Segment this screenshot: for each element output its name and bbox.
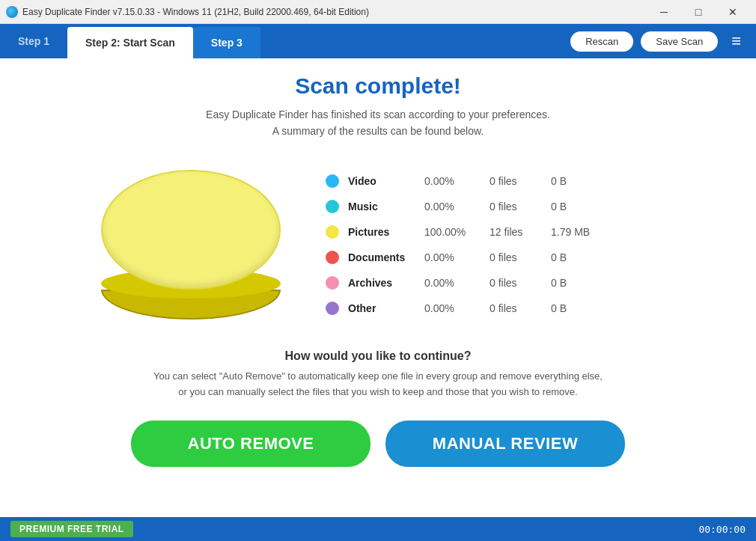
legend-name: Music <box>348 201 415 213</box>
legend-dot <box>326 225 339 239</box>
titlebar: Easy Duplicate Finder v7.15.0.33 - Windo… <box>0 0 756 24</box>
legend-name: Other <box>348 302 415 314</box>
legend-pct: 0.00% <box>424 201 481 213</box>
rescan-button[interactable]: Rescan <box>570 31 633 52</box>
continue-section: How would you like to continue? You can … <box>153 349 603 400</box>
legend-dot <box>326 200 339 213</box>
legend-row: Music 0.00% 0 files 0 B <box>326 194 670 219</box>
maximize-button[interactable]: □ <box>681 0 716 24</box>
legend-files: 12 files <box>490 226 542 238</box>
legend-row: Archives 0.00% 0 files 0 B <box>326 270 670 296</box>
legend-pct: 100.00% <box>424 226 481 238</box>
legend-pct: 0.00% <box>424 175 481 187</box>
legend-size: 0 B <box>551 201 603 213</box>
legend-name: Pictures <box>348 226 415 238</box>
legend-files: 0 files <box>490 251 542 263</box>
nav-right: Rescan Save Scan ≡ <box>570 24 756 58</box>
pie-chart <box>86 155 296 334</box>
continue-text: You can select "Auto Remove" to automati… <box>153 369 603 400</box>
footer: PREMIUM FREE TRIAL 00:00:00 <box>0 517 756 541</box>
pie-top <box>101 170 281 290</box>
legend-name: Video <box>348 175 415 187</box>
main-content: Scan complete! Easy Duplicate Finder has… <box>0 58 756 517</box>
legend-dot <box>326 302 339 315</box>
results-area: Video 0.00% 0 files 0 B Music 0.00% 0 fi… <box>30 155 726 334</box>
legend-name: Documents <box>348 251 415 263</box>
tab-step3[interactable]: Step 3 <box>193 27 260 58</box>
premium-badge: PREMIUM FREE TRIAL <box>10 521 133 537</box>
continue-title: How would you like to continue? <box>153 349 603 363</box>
timer: 00:00:00 <box>698 524 746 535</box>
legend-dot <box>326 251 339 264</box>
legend-size: 0 B <box>551 175 603 187</box>
titlebar-title: Easy Duplicate Finder v7.15.0.33 - Windo… <box>22 7 647 17</box>
tab-step1[interactable]: Step 1 <box>0 24 67 58</box>
titlebar-controls: ─ □ ✕ <box>647 0 750 24</box>
legend-files: 0 files <box>490 277 542 289</box>
app-icon <box>6 6 18 18</box>
menu-button[interactable]: ≡ <box>725 28 747 54</box>
scan-title: Scan complete! <box>295 73 461 99</box>
legend-pct: 0.00% <box>424 302 481 314</box>
legend-row: Video 0.00% 0 files 0 B <box>326 168 670 194</box>
tab-step2[interactable]: Step 2: Start Scan <box>67 27 193 58</box>
nav-bar: Step 1 Step 2: Start Scan Step 3 Rescan … <box>0 24 756 58</box>
legend-files: 0 files <box>490 201 542 213</box>
legend-size: 0 B <box>551 277 603 289</box>
legend-size: 0 B <box>551 251 603 263</box>
legend-files: 0 files <box>490 302 542 314</box>
legend-row: Other 0.00% 0 files 0 B <box>326 296 670 321</box>
legend-files: 0 files <box>490 175 542 187</box>
auto-remove-button[interactable]: AUTO REMOVE <box>131 421 371 467</box>
legend-size: 0 B <box>551 302 603 314</box>
close-button[interactable]: ✕ <box>716 0 750 24</box>
legend-name: Archives <box>348 277 415 289</box>
save-scan-button[interactable]: Save Scan <box>641 31 718 52</box>
legend-table: Video 0.00% 0 files 0 B Music 0.00% 0 fi… <box>326 168 670 321</box>
action-buttons: AUTO REMOVE MANUAL REVIEW <box>131 412 625 479</box>
legend-dot <box>326 276 339 290</box>
legend-row: Documents 0.00% 0 files 0 B <box>326 245 670 270</box>
legend-size: 1.79 MB <box>551 226 603 238</box>
legend-pct: 0.00% <box>424 251 481 263</box>
pie-3d <box>101 170 281 320</box>
legend-row: Pictures 100.00% 12 files 1.79 MB <box>326 219 670 245</box>
legend-pct: 0.00% <box>424 277 481 289</box>
scan-subtitle: Easy Duplicate Finder has finished its s… <box>206 106 550 140</box>
legend-dot <box>326 174 339 188</box>
manual-review-button[interactable]: MANUAL REVIEW <box>385 421 625 467</box>
minimize-button[interactable]: ─ <box>647 0 681 24</box>
